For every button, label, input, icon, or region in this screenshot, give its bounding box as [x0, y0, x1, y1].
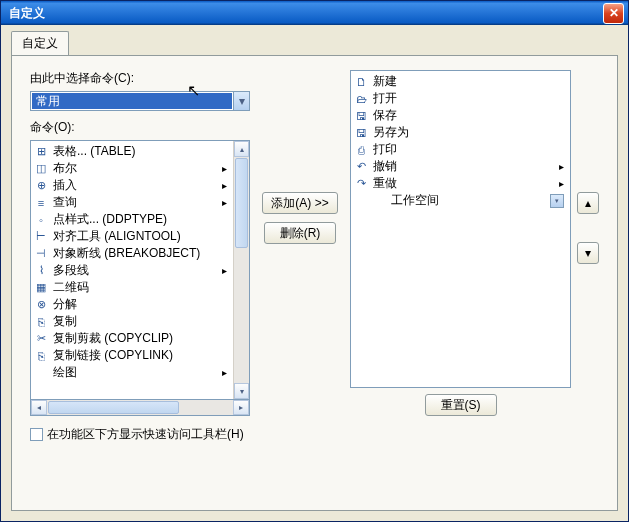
- commands-label: 命令(O):: [30, 119, 250, 136]
- command-icon: ⊕: [33, 178, 49, 194]
- scroll-left-button[interactable]: ◂: [31, 400, 47, 415]
- client-area: ↖ 自定义 由此中选择命令(C): 常用 ▾ 命令(O): ⊞表格... (TA…: [1, 25, 628, 521]
- chevron-down-icon[interactable]: ▾: [233, 92, 249, 110]
- list-item[interactable]: ▦二维码: [31, 279, 233, 296]
- right-column: 🗋新建🗁打开🖫保存🖫另存为⎙打印↶撤销▸↷重做▸工作空间▾ 重置(S) ▴ ▾: [350, 70, 599, 416]
- show-below-ribbon-row: 在功能区下方显示快速访问工具栏(H): [30, 426, 599, 443]
- tab-panel: 由此中选择命令(C): 常用 ▾ 命令(O): ⊞表格... (TABLE)◫布…: [11, 55, 618, 511]
- list-item-label: 工作空间: [391, 192, 439, 209]
- reset-button[interactable]: 重置(S): [425, 394, 497, 416]
- list-item-label: 复制链接 (COPYLINK): [53, 347, 173, 364]
- command-icon: 🗋: [353, 74, 369, 90]
- move-down-button[interactable]: ▾: [577, 242, 599, 264]
- list-item-label: 复制剪裁 (COPYCLIP): [53, 330, 173, 347]
- command-icon: ≡: [33, 195, 49, 211]
- command-icon: ◫: [33, 161, 49, 177]
- list-item-label: 多段线: [53, 262, 89, 279]
- list-item[interactable]: ⎙打印: [351, 141, 570, 158]
- list-item[interactable]: ⎘复制: [31, 313, 233, 330]
- list-item[interactable]: ⊣对象断线 (BREAKOBJECT): [31, 245, 233, 262]
- list-item[interactable]: ⊞表格... (TABLE): [31, 143, 233, 160]
- middle-column: 添加(A) >> 删除(R): [260, 70, 340, 416]
- triangle-down-icon: ▾: [585, 246, 591, 260]
- command-icon: ◦: [33, 212, 49, 228]
- scroll-thumb[interactable]: [235, 158, 248, 248]
- dropdown-icon[interactable]: ▾: [550, 194, 564, 208]
- command-icon: ↶: [353, 159, 369, 175]
- list-item-label: 对齐工具 (ALIGNTOOL): [53, 228, 181, 245]
- window-title: 自定义: [9, 5, 603, 22]
- list-item-label: 对象断线 (BREAKOBJECT): [53, 245, 200, 262]
- list-item[interactable]: ⎘复制链接 (COPYLINK): [31, 347, 233, 364]
- list-item[interactable]: ⊗分解: [31, 296, 233, 313]
- list-item[interactable]: ↶撤销▸: [351, 158, 570, 175]
- list-item-label: 复制: [53, 313, 77, 330]
- list-item[interactable]: ◦点样式... (DDPTYPE): [31, 211, 233, 228]
- command-icon: ⎘: [33, 348, 49, 364]
- command-icon: ⊢: [33, 229, 49, 245]
- vertical-scrollbar[interactable]: ▴ ▾: [233, 141, 249, 399]
- list-item[interactable]: 🖫另存为: [351, 124, 570, 141]
- triangle-up-icon: ▴: [585, 196, 591, 210]
- command-icon: 🖫: [353, 125, 369, 141]
- titlebar[interactable]: 自定义 ✕: [1, 1, 628, 25]
- list-item[interactable]: 🗋新建: [351, 73, 570, 90]
- close-button[interactable]: ✕: [603, 3, 624, 24]
- choose-from-label: 由此中选择命令(C):: [30, 70, 250, 87]
- list-item[interactable]: ◫布尔: [31, 160, 233, 177]
- list-item-label: 撤销: [373, 158, 397, 175]
- hscroll-thumb[interactable]: [48, 401, 179, 414]
- submenu-arrow-icon: ▸: [559, 161, 564, 172]
- list-item[interactable]: ⊢对齐工具 (ALIGNTOOL): [31, 228, 233, 245]
- command-icon: ⎘: [33, 314, 49, 330]
- scroll-right-button[interactable]: ▸: [233, 400, 249, 415]
- list-item-label: 新建: [373, 73, 397, 90]
- show-below-ribbon-checkbox[interactable]: [30, 428, 43, 441]
- tab-customize[interactable]: 自定义: [11, 31, 69, 55]
- command-icon: ↷: [353, 176, 369, 192]
- command-icon: ⊗: [33, 297, 49, 313]
- list-item-label: 表格... (TABLE): [53, 143, 135, 160]
- list-item[interactable]: ⌇多段线: [31, 262, 233, 279]
- scroll-down-button[interactable]: ▾: [234, 383, 249, 399]
- command-icon: 🖫: [353, 108, 369, 124]
- reorder-buttons: ▴ ▾: [577, 70, 599, 416]
- command-icon: ⌇: [33, 263, 49, 279]
- list-item[interactable]: ≡查询: [31, 194, 233, 211]
- quick-access-listbox[interactable]: 🗋新建🗁打开🖫保存🖫另存为⎙打印↶撤销▸↷重做▸工作空间▾: [350, 70, 571, 388]
- tab-strip: 自定义: [11, 31, 618, 55]
- list-item-label: 打印: [373, 141, 397, 158]
- list-item[interactable]: ✂复制剪裁 (COPYCLIP): [31, 330, 233, 347]
- list-item[interactable]: 🖫保存: [351, 107, 570, 124]
- list-item-label: 插入: [53, 177, 77, 194]
- submenu-arrow-icon: ▸: [559, 178, 564, 189]
- command-icon: [371, 193, 387, 209]
- category-combo[interactable]: 常用 ▾: [30, 91, 250, 111]
- list-item[interactable]: 工作空间▾: [351, 192, 570, 209]
- command-icon: ▦: [33, 280, 49, 296]
- command-icon: ✂: [33, 331, 49, 347]
- add-button[interactable]: 添加(A) >>: [262, 192, 337, 214]
- customize-dialog: 自定义 ✕ ↖ 自定义 由此中选择命令(C): 常用 ▾ 命令(O): ⊞表格.…: [0, 0, 629, 522]
- list-item-label: 布尔: [53, 160, 77, 177]
- scroll-up-button[interactable]: ▴: [234, 141, 249, 157]
- command-icon: ⎙: [353, 142, 369, 158]
- show-below-ribbon-label: 在功能区下方显示快速访问工具栏(H): [47, 426, 244, 443]
- horizontal-scrollbar[interactable]: ◂ ▸: [30, 400, 250, 416]
- list-item[interactable]: 🗁打开: [351, 90, 570, 107]
- move-up-button[interactable]: ▴: [577, 192, 599, 214]
- list-item[interactable]: ↷重做▸: [351, 175, 570, 192]
- category-combo-value: 常用: [32, 93, 232, 109]
- close-icon: ✕: [609, 6, 619, 20]
- command-icon: ⊞: [33, 144, 49, 160]
- list-item[interactable]: ⊕插入: [31, 177, 233, 194]
- list-item-label: 打开: [373, 90, 397, 107]
- list-item-label: 重做: [373, 175, 397, 192]
- list-item-label: 保存: [373, 107, 397, 124]
- command-icon: ⊣: [33, 246, 49, 262]
- list-item[interactable]: 绘图: [31, 364, 233, 381]
- remove-button[interactable]: 删除(R): [264, 222, 336, 244]
- commands-listbox[interactable]: ⊞表格... (TABLE)◫布尔⊕插入≡查询◦点样式... (DDPTYPE)…: [30, 140, 250, 400]
- left-column: 由此中选择命令(C): 常用 ▾ 命令(O): ⊞表格... (TABLE)◫布…: [30, 70, 250, 416]
- command-icon: 🗁: [353, 91, 369, 107]
